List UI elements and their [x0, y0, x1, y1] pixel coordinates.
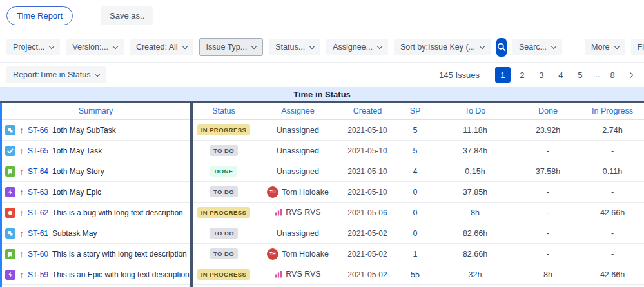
sp-cell: 1	[395, 250, 435, 259]
column-header-done[interactable]: Done	[515, 106, 581, 115]
chevron-down-icon	[49, 43, 54, 48]
search-field-dropdown[interactable]: Searc...	[512, 39, 562, 55]
chevron-down-icon	[377, 43, 382, 48]
column-header-status[interactable]: Status	[191, 106, 256, 115]
assignee-name: Unassigned	[277, 167, 319, 176]
page-button-3[interactable]: 3	[534, 67, 549, 83]
version-filter-label: Version:...	[72, 43, 108, 52]
inprogress-hours-cell: 8h	[515, 270, 581, 279]
rvs-avatar-icon	[275, 270, 282, 278]
column-header-created[interactable]: Created	[340, 106, 395, 115]
fields-dropdown[interactable]: Fields	[631, 39, 644, 55]
sp-cell: 0	[395, 229, 435, 238]
issue-key-link[interactable]: ST-59	[28, 270, 48, 279]
inprogress-hours-cell: 0.11h	[581, 167, 644, 176]
table-row[interactable]: ↑ ST-66 1oth May SubTask IN PROGRESS Una…	[0, 120, 644, 141]
project-filter-dropdown[interactable]: Project...	[6, 39, 60, 55]
column-header-inprogress[interactable]: In Progress	[581, 106, 644, 115]
sort-by-dropdown[interactable]: Sort by:Issue Key (...	[394, 39, 491, 55]
todo-hours-cell: 82.66h	[435, 250, 515, 259]
time-report-app: Time Report Save as.. Project... Version…	[0, 0, 644, 287]
priority-up-icon: ↑	[19, 146, 24, 155]
issues-count: 145 Issues	[439, 70, 480, 80]
table-row[interactable]: ↑ ST-64 1oth May Story DONE Unassigned 2…	[0, 161, 644, 182]
issue-key-link[interactable]: ST-60	[28, 250, 48, 259]
issue-type-filter-label: Issue Typ...	[206, 43, 248, 52]
more-dropdown[interactable]: More	[585, 39, 625, 55]
page-button-2[interactable]: 2	[514, 67, 530, 83]
table-header-row: Summary Status Assignee Created SP To Do…	[0, 103, 644, 120]
priority-up-icon: ↑	[19, 126, 24, 135]
version-filter-dropdown[interactable]: Version:...	[66, 39, 124, 55]
status-cell: TO DO	[191, 145, 256, 156]
assignee-name: Unassigned	[277, 126, 319, 135]
created-cell: 2021-05-02	[340, 229, 395, 238]
todo-hours-cell: 82.66h	[435, 229, 515, 238]
page-button-5[interactable]: 5	[572, 67, 588, 83]
issue-summary: 1oth May Task	[52, 146, 102, 155]
assignee-filter-label: Assignee...	[333, 43, 373, 52]
column-resize-handle[interactable]	[190, 103, 193, 287]
assignee-cell: Unassigned	[256, 146, 340, 155]
column-header-todo[interactable]: To Do	[435, 106, 515, 115]
story-icon	[5, 166, 15, 177]
save-as-button[interactable]: Save as..	[101, 6, 153, 25]
table-row[interactable]: ↑ ST-63 1oth May Epic TO DO THTom Holoak…	[0, 182, 644, 203]
assignee-cell: Unassigned	[256, 126, 340, 135]
column-header-assignee[interactable]: Assignee	[256, 106, 340, 115]
done-hours-cell: -	[515, 229, 581, 238]
status-filter-label: Status...	[275, 43, 305, 52]
status-cell: TO DO	[191, 228, 256, 239]
table-row[interactable]: ↑ ST-62 This is a bug with long text des…	[0, 203, 644, 223]
assignee-cell: THTom Holoake	[256, 186, 340, 198]
status-filter-dropdown[interactable]: Status...	[269, 39, 320, 55]
page-button-8[interactable]: 8	[605, 67, 620, 83]
table-title: Time in Status	[293, 90, 351, 99]
sp-cell: 4	[395, 167, 435, 176]
created-filter-dropdown[interactable]: Created: All	[130, 39, 193, 55]
table-row[interactable]: ↑ ST-60 This is a story with long text d…	[0, 244, 644, 264]
issue-summary: This is a bug with long text description	[52, 208, 183, 217]
table-row[interactable]: ↑ ST-65 1oth May Task TO DO Unassigned 2…	[0, 141, 644, 161]
inprogress-hours-cell: -	[581, 229, 644, 238]
created-cell: 2021-05-10	[340, 126, 395, 135]
subtask-icon	[5, 228, 15, 239]
issue-key-link[interactable]: ST-61	[28, 229, 48, 238]
column-header-summary[interactable]: Summary	[0, 106, 191, 115]
created-filter-label: Created: All	[136, 43, 178, 52]
next-page-button[interactable]	[624, 70, 636, 80]
assignee-name: RVS RVS	[286, 270, 320, 279]
issue-key-link[interactable]: ST-64	[28, 167, 48, 176]
subtask-icon	[5, 125, 15, 135]
issue-key-link[interactable]: ST-65	[28, 146, 48, 155]
issue-key-link[interactable]: ST-62	[28, 208, 48, 217]
summary-cell: ↑ ST-66 1oth May SubTask	[0, 125, 191, 135]
status-cell: IN PROGRESS	[191, 124, 256, 135]
assignee-cell: THTom Holoake	[256, 248, 340, 260]
report-selector-dropdown[interactable]: Report:Time in Status	[6, 66, 106, 83]
search-button[interactable]	[496, 38, 507, 57]
issue-key-link[interactable]: ST-66	[28, 126, 48, 135]
assignee-name: Tom Holoake	[282, 188, 329, 197]
table-row[interactable]: ↑ ST-61 Subtask May TO DO Unassigned 202…	[0, 223, 644, 244]
issue-type-filter-dropdown[interactable]: Issue Typ...	[199, 38, 264, 56]
summary-cell: ↑ ST-59 This is an Epic with long text d…	[0, 270, 191, 280]
issue-summary: This is a story with long text descripti…	[52, 250, 187, 259]
column-header-sp[interactable]: SP	[395, 106, 435, 115]
chevron-right-icon	[627, 72, 634, 78]
page-button-1[interactable]: 1	[495, 67, 511, 83]
inprogress-hours-cell: 42.66h	[581, 270, 644, 279]
time-report-button[interactable]: Time Report	[6, 6, 73, 25]
page-button-4[interactable]: 4	[553, 67, 569, 83]
done-hours-cell: -	[515, 208, 581, 217]
created-cell: 2021-05-10	[340, 167, 395, 176]
inprogress-hours-cell: 42.66h	[581, 208, 644, 217]
priority-up-icon: ↑	[19, 270, 24, 279]
inprogress-hours-cell: -	[581, 250, 644, 259]
table-row[interactable]: ↑ ST-59 This is an Epic with long text d…	[0, 264, 644, 285]
report-bar: Report:Time in Status 145 Issues 1 2 3 4…	[0, 63, 644, 87]
issue-key-link[interactable]: ST-63	[28, 188, 48, 197]
rvs-avatar-icon	[275, 208, 282, 216]
task-icon	[5, 146, 15, 156]
assignee-filter-dropdown[interactable]: Assignee...	[326, 39, 388, 55]
